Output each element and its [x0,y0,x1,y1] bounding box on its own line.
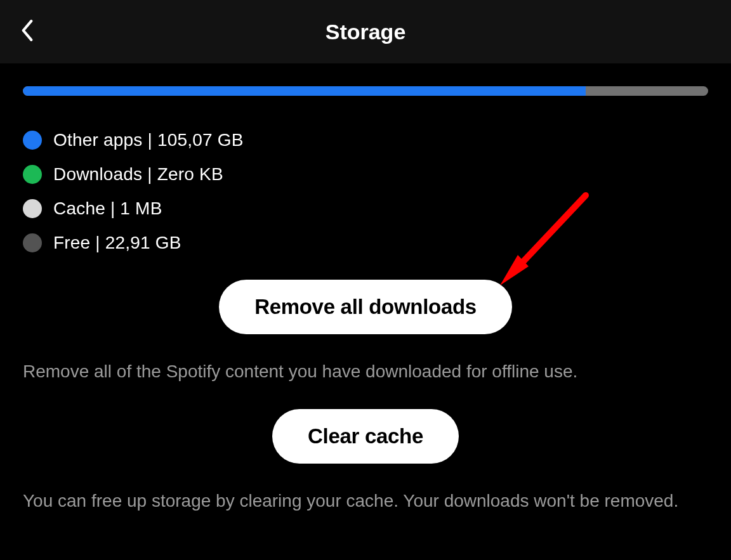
storage-bar-fill [23,86,586,96]
clear-cache-description: You can free up storage by clearing your… [23,488,708,514]
legend-label: Free | 22,91 GB [53,233,181,253]
legend-label: Cache | 1 MB [53,199,162,219]
legend-dot [23,131,42,150]
legend-dot [23,199,42,218]
remove-downloads-section: Remove all downloads Remove all of the S… [23,280,708,385]
legend-item-downloads: Downloads | Zero KB [23,164,708,185]
legend-item-free: Free | 22,91 GB [23,233,708,253]
chevron-left-icon [19,18,36,45]
legend-label: Downloads | Zero KB [53,164,223,185]
storage-legend: Other apps | 105,07 GB Downloads | Zero … [23,130,708,253]
header: Storage [0,0,731,63]
legend-item-cache: Cache | 1 MB [23,199,708,219]
page-title: Storage [0,20,731,44]
storage-bar [23,86,708,96]
legend-label: Other apps | 105,07 GB [53,130,244,150]
remove-downloads-description: Remove all of the Spotify content you ha… [23,358,708,385]
legend-item-other-apps: Other apps | 105,07 GB [23,130,708,150]
clear-cache-button[interactable]: Clear cache [272,409,459,464]
clear-cache-section: Clear cache You can free up storage by c… [23,409,708,514]
back-button[interactable] [19,18,36,45]
remove-all-downloads-button[interactable]: Remove all downloads [219,280,512,334]
legend-dot [23,165,42,184]
content: Other apps | 105,07 GB Downloads | Zero … [0,63,731,514]
legend-dot [23,233,42,252]
